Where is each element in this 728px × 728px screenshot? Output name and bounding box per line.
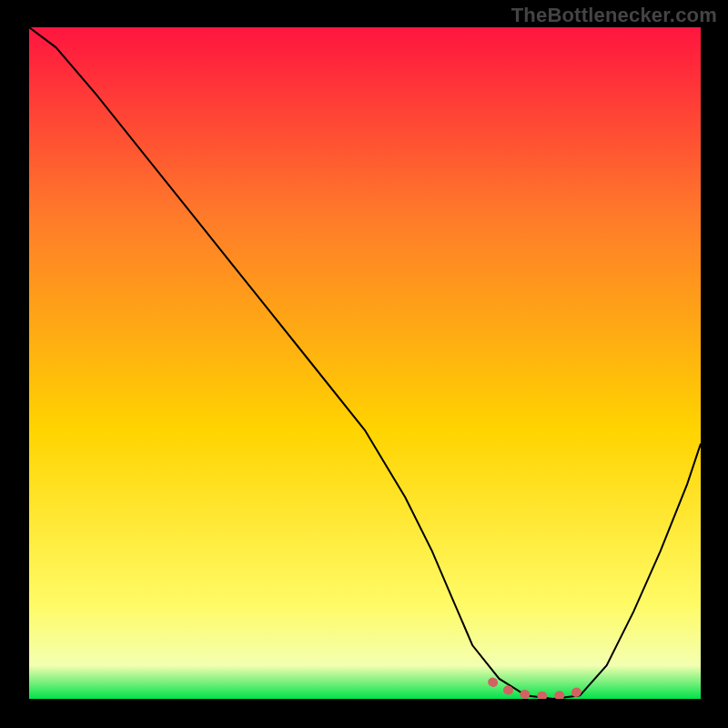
plot-area (29, 27, 701, 699)
watermark-text: TheBottlenecker.com (511, 4, 717, 27)
chart-container: TheBottlenecker.com (0, 0, 728, 728)
heat-background (29, 27, 701, 699)
